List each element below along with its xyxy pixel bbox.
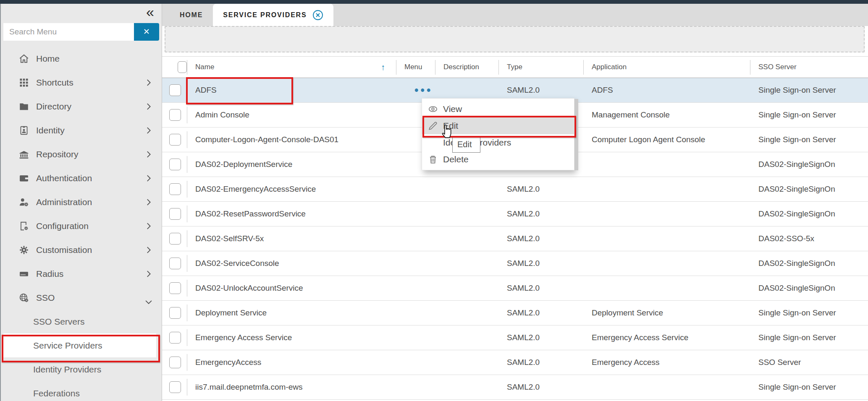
table-row[interactable]: DAS02-UnlockAccountServiceSAML2.0DAS02-S… — [162, 276, 868, 301]
sidebar-item-label: Administration — [36, 197, 92, 207]
row-name-text: DAS02-ResetPasswordService — [195, 209, 306, 219]
cell-application: ADFS — [583, 86, 750, 95]
row-select-cell — [162, 208, 187, 220]
column-header-type[interactable]: Type — [498, 57, 583, 78]
row-checkbox[interactable] — [169, 134, 181, 146]
row-name-text: Computer-Logon-Agent-Console-DAS01 — [195, 135, 338, 144]
sidebar-item-home[interactable]: Home — [1, 47, 162, 70]
chevron-right-icon[interactable] — [144, 174, 153, 183]
cell-application: Management Console — [583, 110, 750, 120]
row-name-text: Emergency Access Service — [195, 333, 292, 342]
row-checkbox[interactable] — [169, 159, 181, 170]
context-menu-item-edit[interactable]: Edit — [422, 117, 574, 134]
sidebar-item-sso-servers[interactable]: SSO Servers — [1, 310, 162, 333]
tab-service-providers[interactable]: SERVICE PROVIDERS — [213, 4, 333, 26]
table-row[interactable]: iis7.mail.deepnetmfa.com-ewsSAML2.0Singl… — [162, 375, 868, 400]
context-menu-item-identity-providers[interactable]: Identity Providers — [422, 134, 574, 151]
cell-application: Emergency Access — [583, 358, 750, 367]
column-header-menu[interactable]: Menu — [396, 57, 435, 78]
row-select-cell — [162, 159, 187, 170]
table-row[interactable]: Deployment ServiceSAML2.0Deployment Serv… — [162, 301, 868, 325]
sidebar-item-identity-providers[interactable]: Identity Providers — [1, 357, 162, 381]
table-row[interactable]: EmergencyAccessSAML2.0Emergency AccessSS… — [162, 350, 868, 375]
row-checkbox[interactable] — [169, 307, 181, 319]
chevron-right-icon[interactable] — [144, 78, 153, 87]
cell-sso-server: DAS02-SingleSignOn — [750, 160, 868, 169]
row-checkbox[interactable] — [169, 233, 181, 245]
row-menu-dots-icon[interactable]: ••• — [404, 84, 433, 96]
id-badge-icon — [18, 125, 29, 136]
table-row[interactable]: Emergency Access ServiceSAML2.0Emergency… — [162, 325, 868, 350]
document-gear-icon — [18, 221, 29, 232]
chevron-down-icon[interactable] — [144, 297, 153, 307]
sort-ascending-icon[interactable]: ↑ — [381, 62, 385, 72]
chevron-right-icon[interactable] — [144, 245, 153, 255]
sidebar-item-authentication[interactable]: Authentication — [1, 166, 162, 190]
sidebar-item-customisation[interactable]: Customisation — [1, 238, 162, 262]
chevron-right-icon[interactable] — [144, 102, 153, 111]
sidebar-item-federations[interactable]: Federations — [1, 381, 162, 401]
row-checkbox[interactable] — [169, 332, 181, 344]
sidebar-item-configuration[interactable]: Configuration — [1, 214, 162, 238]
sidebar-subitem-label: Federations — [33, 388, 80, 398]
cell-name: Admin Console — [187, 103, 396, 127]
row-checkbox[interactable] — [169, 84, 181, 96]
sidebar-item-shortcuts[interactable]: Shortcuts — [1, 70, 162, 94]
row-checkbox[interactable] — [169, 208, 181, 220]
row-checkbox[interactable] — [169, 109, 181, 121]
select-all-checkbox[interactable] — [178, 61, 187, 73]
row-checkbox[interactable] — [169, 381, 181, 393]
row-checkbox[interactable] — [169, 282, 181, 294]
sidebar: « HomeShortcutsDirectoryIdentityReposito… — [0, 4, 162, 401]
cell-sso-server: DAS02-SingleSignOn — [750, 284, 868, 293]
cell-sso-server: Single Sign-on Server — [750, 135, 868, 144]
context-menu-item-delete[interactable]: Delete — [422, 151, 574, 168]
cell-type: SAML2.0 — [498, 185, 583, 194]
row-name-text: Admin Console — [195, 110, 249, 120]
row-name-text: DAS02-DeploymentService — [195, 160, 292, 169]
cell-type: SAML2.0 — [498, 209, 583, 219]
column-header-application[interactable]: Application — [583, 57, 750, 78]
table-row[interactable]: DAS02-SelfSRV-5xSAML2.0DAS02-SSO-5x — [162, 227, 868, 251]
context-menu-scrollbar[interactable] — [574, 99, 578, 170]
sidebar-item-administration[interactable]: Administration — [1, 190, 162, 214]
search-clear-button[interactable] — [134, 23, 159, 41]
row-checkbox[interactable] — [169, 357, 181, 368]
chevron-right-icon[interactable] — [144, 150, 153, 159]
chevron-right-icon[interactable] — [144, 198, 153, 207]
user-gear-icon — [18, 197, 29, 208]
table-row[interactable]: DAS02-ResetPasswordServiceSAML2.0DAS02-S… — [162, 202, 868, 227]
row-select-cell — [162, 183, 187, 195]
sidebar-item-identity[interactable]: Identity — [1, 118, 162, 142]
sidebar-item-repository[interactable]: Repository — [1, 142, 162, 166]
sidebar-item-radius[interactable]: Radius — [1, 262, 162, 286]
chevron-right-icon[interactable] — [144, 221, 153, 231]
chevron-right-icon[interactable] — [144, 126, 153, 135]
sidebar-item-service-providers[interactable]: Service Providers — [3, 333, 156, 357]
chevron-right-icon[interactable] — [144, 269, 153, 279]
sidebar-search — [3, 23, 159, 41]
cell-name: EmergencyAccess — [187, 350, 396, 375]
row-name-text: DAS02-SelfSRV-5x — [195, 234, 264, 243]
column-header-sso-server[interactable]: SSO Server — [750, 57, 868, 78]
row-checkbox[interactable] — [169, 258, 181, 269]
column-header-label: Description — [443, 63, 479, 71]
cell-sso-server: Single Sign-on Server — [750, 333, 868, 342]
table-row[interactable]: DAS02-EmergencyAccessServiceSAML2.0DAS02… — [162, 177, 868, 202]
context-menu-item-label: Delete — [443, 154, 469, 164]
close-tab-icon[interactable] — [312, 10, 323, 21]
context-menu-item-view[interactable]: View — [422, 101, 574, 117]
bank-icon — [18, 149, 29, 160]
cell-menu: ••• — [396, 84, 435, 97]
column-header-description[interactable]: Description — [435, 57, 498, 78]
cell-name: Emergency Access Service — [187, 325, 396, 350]
search-input[interactable] — [3, 23, 134, 41]
tab-home[interactable]: HOME — [170, 4, 213, 26]
chevron-double-left-icon[interactable]: « — [146, 5, 154, 19]
row-select-cell — [162, 84, 187, 96]
table-row[interactable]: DAS02-ServiceConsoleSAML2.0DAS02-SingleS… — [162, 251, 868, 276]
column-header-name[interactable]: Name↑ — [187, 57, 396, 78]
sidebar-item-directory[interactable]: Directory — [1, 94, 162, 118]
row-checkbox[interactable] — [169, 183, 181, 195]
sidebar-item-sso[interactable]: SSO — [1, 286, 162, 310]
